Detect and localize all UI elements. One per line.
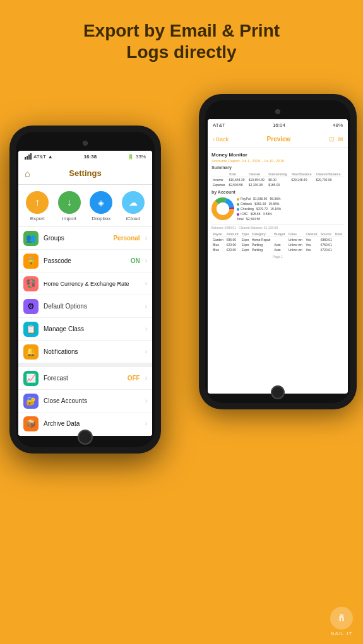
legend-item-paypal: PayPal $1,636.90 55.36% [237,196,281,201]
row-expense: Expense [211,182,227,187]
import-action[interactable]: ↓ Import [58,191,81,221]
summary-table: Total Cleared Outstanding Total Balance … [211,172,344,187]
carrier-label: AT&T [33,154,46,160]
dropbox-action[interactable]: ◈ Dropbox [90,191,112,221]
expense-cleared-balance [315,182,344,187]
settings-item-currency[interactable]: 💱 Home Currency & Exchange Rate › [18,272,152,295]
back-phone-screen: AT&T 16:04 48% ‹ Back Preview ⊡ ✉ [208,119,348,394]
expense-outstanding: $165.00 [267,182,290,187]
preview-app-title: Money Monitor [211,152,344,158]
back-status-bar: AT&T 16:04 48% [208,119,348,131]
groups-label: Groups [44,235,108,242]
forecast-icon: 📈 [23,371,39,386]
income-total: $10,654.39 [227,177,247,183]
icloud-action[interactable]: ☁ iCloud [122,191,145,221]
archive-data-chevron-icon: › [145,420,147,427]
forecast-label: Forecast [44,375,122,382]
home-icon[interactable]: ⌂ [25,168,30,179]
table-row: Expense $2,504.58 $2,339.08 $165.00 [211,182,344,187]
front-phone: AT&T ▲ 16:38 🔋 33% ⌂ Settings [9,126,161,454]
back-nav-icons: ⊡ ✉ [329,136,343,143]
archive-data-icon: 📦 [23,416,39,431]
signal-bars-icon [25,153,32,160]
settings-page-title: Settings [69,168,101,178]
front-phone-inner: AT&T ▲ 16:38 🔋 33% ⌂ Settings [16,132,155,447]
manage-class-icon: 📋 [23,322,39,337]
currency-label: Home Currency & Exchange Rate [44,281,140,287]
passcode-icon: 🔒 [23,254,39,269]
export-action[interactable]: ↑ Export [26,191,49,221]
income-total-balance: $29,248.49 [290,177,314,183]
close-accounts-icon: 🔐 [23,394,39,409]
settings-item-default-options[interactable]: ⚙ Default Options › [18,295,152,318]
back-phone: AT&T 16:04 48% ‹ Back Preview ⊡ ✉ [199,94,357,409]
legend-item-icbc: ICBC $95.88 3.83% [237,211,281,216]
legend-item-total: Total $2,504.58 [237,216,281,221]
notifications-chevron-icon: › [145,348,147,355]
col-total: Total [227,172,247,177]
groups-value: Personal [113,235,140,242]
account-legend: PayPal $1,636.90 55.36% Citibank $391.90… [237,196,281,221]
settings-item-passcode[interactable]: 🔒 Passcode ON › [18,250,152,272]
dropbox-label: Dropbox [92,216,110,221]
close-accounts-chevron-icon: › [145,397,147,404]
income-cleared-balance: $29,792.90 [315,177,344,183]
print-icon[interactable]: ⊡ [329,136,334,143]
income-outstanding: $0.00 [267,177,290,183]
balance-info: Balance: €980.01 Cleared Balance: €1,133… [211,224,344,230]
export-label: Export [30,216,45,221]
back-phone-inner: AT&T 16:04 48% ‹ Back Preview ⊡ ✉ [205,100,350,403]
time-label: 16:38 [84,154,97,160]
legend-item-checking: Checking $379.72 15.16% [237,206,281,211]
wifi-icon: ▲ [48,154,53,160]
battery-icon: 🔋 [128,154,134,160]
header-section: Export by Email & Print Logs directly [0,0,363,75]
groups-chevron-icon: › [145,235,147,242]
header-line1: Export by Email & Print [83,21,280,40]
preview-report-subtitle: Accounts Report: Jul 1, 2019 - Jul 19, 2… [211,159,344,163]
settings-item-close-accounts[interactable]: 🔐 Close Accounts › [18,390,152,413]
back-home-button[interactable] [271,385,285,399]
watermark-text: NAIL IT [331,631,353,636]
back-label: Back [216,136,229,143]
donut-row: PayPal $1,636.90 55.36% Citibank $391.90… [211,196,344,221]
back-chevron-icon: ‹ [213,136,215,143]
passcode-value: ON [131,257,140,264]
svg-point-4 [217,202,229,215]
dropbox-icon: ◈ [90,191,112,214]
col-cleared: Cleared [247,172,267,177]
donut-chart [211,197,234,220]
settings-item-groups[interactable]: 👥 Groups Personal › [18,227,152,250]
icloud-icon: ☁ [122,191,145,214]
forecast-value: OFF [128,375,140,382]
row-income: Income [211,177,227,183]
back-carrier: AT&T [213,122,225,128]
back-button[interactable]: ‹ Back [213,136,229,143]
passcode-label: Passcode [44,257,126,264]
watermark-symbol: ñ [339,613,345,623]
settings-item-notifications[interactable]: 🔔 Notifications › [18,341,152,363]
forecast-chevron-icon: › [145,375,147,382]
back-battery: 48% [333,122,343,128]
income-cleared: $10,654.39 [247,177,267,183]
table-row: Blue€20.00ExpnParkingAutoUnkno wnYes€720… [211,247,344,252]
front-camera [83,141,88,146]
back-nav-bar: ‹ Back Preview ⊡ ✉ [208,131,348,148]
table-row: Garden€95.00ExpnHome RepairUnkno wnYes€9… [211,237,344,243]
transaction-table: PayeeAmountTypeCategoryBudgetClassCleare… [211,231,344,252]
settings-item-forecast[interactable]: 📈 Forecast OFF › [18,367,152,390]
groups-icon: 👥 [23,231,39,246]
close-accounts-label: Close Accounts [44,397,140,404]
passcode-chevron-icon: › [145,257,147,264]
front-home-button[interactable] [78,430,93,445]
notifications-label: Notifications [44,348,140,355]
action-icons-row: ↑ Export ↓ Import ◈ Dropbox [18,185,152,227]
currency-icon: 💱 [23,276,39,291]
currency-chevron-icon: › [145,280,147,287]
settings-nav-bar: ⌂ Settings [18,162,152,185]
watermark-logo: ñ [330,607,353,629]
manage-class-chevron-icon: › [145,325,147,332]
settings-item-manage-class[interactable]: 📋 Manage Class › [18,318,152,341]
email-icon[interactable]: ✉ [338,136,343,143]
manage-class-label: Manage Class [44,325,140,332]
